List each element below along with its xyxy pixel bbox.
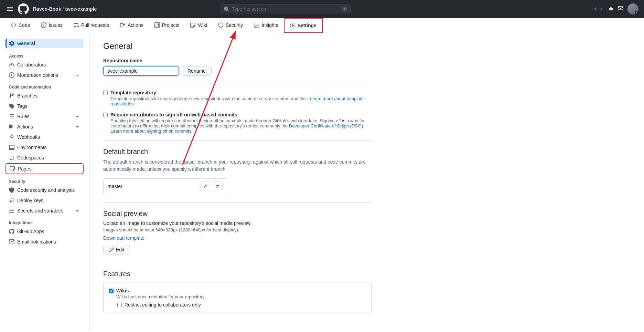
sidebar-email-label: Email notifications <box>17 239 56 245</box>
wikis-checkbox[interactable] <box>109 289 114 293</box>
sidebar-collaborators-label: Collaborators <box>17 62 46 68</box>
sidebar: General Access Collaborators Moderation … <box>0 33 89 330</box>
search-shortcut: / <box>342 7 347 11</box>
breadcrumb-sep: / <box>63 6 64 12</box>
sign-off-checkbox[interactable] <box>103 113 108 117</box>
tab-wiki-label: Wiki <box>198 22 207 28</box>
sidebar-item-actions[interactable]: Actions <box>6 122 84 132</box>
pages-icon <box>10 166 15 172</box>
sidebar-item-branches[interactable]: Branches <box>6 91 84 101</box>
sidebar-item-tags[interactable]: Tags <box>6 101 84 111</box>
tab-code[interactable]: Code <box>6 18 35 33</box>
projects-icon <box>154 22 160 28</box>
tab-security[interactable]: Security <box>213 18 249 33</box>
rename-button[interactable]: Rename <box>182 66 212 76</box>
secrets-icon <box>9 208 14 214</box>
page-title: General <box>103 41 372 51</box>
tab-actions-label: Actions <box>128 22 143 28</box>
sidebar-actions-label: Actions <box>17 124 33 129</box>
edit-branch-button[interactable] <box>201 181 210 191</box>
sidebar-item-code-security[interactable]: Code security and analysis <box>6 185 84 195</box>
tab-insights[interactable]: Insights <box>248 18 283 33</box>
branch-box: master <box>103 178 227 194</box>
switch-branch-button[interactable] <box>213 181 223 191</box>
switch-icon <box>216 184 220 188</box>
issue-icon <box>41 22 46 28</box>
search-bar[interactable]: / <box>220 4 351 13</box>
env-icon <box>9 145 14 150</box>
edit-preview-button[interactable]: Edit <box>103 245 130 255</box>
activity-button[interactable] <box>608 6 614 12</box>
tab-issues[interactable]: Issues <box>35 18 68 33</box>
sidebar-item-pages[interactable]: Pages <box>6 163 84 174</box>
github-apps-icon <box>9 229 14 234</box>
pencil-small-icon <box>109 247 114 252</box>
repo-link[interactable]: twee-example <box>65 6 97 12</box>
divider-4 <box>103 263 372 263</box>
sidebar-item-email-notifications[interactable]: Email notifications <box>6 237 84 247</box>
security-section-label: Security <box>6 175 84 185</box>
tab-projects[interactable]: Projects <box>149 18 185 33</box>
sidebar-github-apps-label: GitHub Apps <box>17 229 44 234</box>
sidebar-item-github-apps[interactable]: GitHub Apps <box>6 227 84 236</box>
new-button[interactable] <box>592 6 604 12</box>
repo-nav: Code Issues Pull requests Actions Projec… <box>0 18 644 33</box>
sign-off-section: Require contributors to sign off on web-… <box>103 112 372 134</box>
sidebar-item-general[interactable]: General <box>6 39 84 48</box>
restrict-editing-checkbox[interactable] <box>117 303 122 307</box>
avatar[interactable] <box>627 3 638 14</box>
sidebar-tags-label: Tags <box>17 103 28 109</box>
inbox-button[interactable] <box>618 6 623 12</box>
wikis-desc: Wikis host documentation for your reposi… <box>116 294 205 299</box>
hamburger-button[interactable] <box>6 5 14 13</box>
actions-sidebar-icon <box>9 124 14 129</box>
tab-wiki[interactable]: Wiki <box>185 18 212 33</box>
tab-issues-label: Issues <box>49 22 62 28</box>
tab-projects-label: Projects <box>162 22 180 28</box>
tab-actions[interactable]: Actions <box>115 18 149 33</box>
restrict-editing-label: Restrict editing to collaborators only <box>125 302 201 308</box>
sign-off-learn-link[interactable]: Learn more about signing off on commits <box>110 128 191 134</box>
sidebar-secrets-label: Secrets and variables <box>17 208 64 214</box>
codespaces-icon <box>9 155 14 160</box>
sidebar-item-deploy-keys[interactable]: Deploy keys <box>6 196 84 205</box>
top-nav-right <box>592 3 638 14</box>
moderation-icon <box>9 72 14 78</box>
sidebar-item-rules[interactable]: Rules <box>6 112 84 121</box>
search-input[interactable] <box>232 6 340 12</box>
default-branch-section: Default branch The default branch is con… <box>103 148 372 194</box>
security-icon <box>218 22 224 28</box>
tab-pr-label: Pull requests <box>81 22 109 28</box>
actions-icon <box>120 22 126 28</box>
sidebar-deploy-keys-label: Deploy keys <box>17 198 43 203</box>
sidebar-item-secrets[interactable]: Secrets and variables <box>6 206 84 216</box>
org-link[interactable]: Raven-Book <box>33 6 61 12</box>
top-nav: Raven-Book / twee-example / <box>0 0 644 18</box>
repo-name-section: Repository name Rename <box>103 58 372 76</box>
sidebar-item-codespaces[interactable]: Codespaces <box>6 153 84 163</box>
tab-settings-label: Settings <box>298 23 316 28</box>
rules-icon <box>9 114 14 119</box>
search-icon <box>224 6 229 12</box>
tab-settings[interactable]: Settings <box>284 18 323 33</box>
tab-pull-requests[interactable]: Pull requests <box>68 18 115 33</box>
template-repo-desc: Template repositories let users generate… <box>110 96 372 106</box>
github-logo <box>18 3 29 14</box>
gear-icon <box>9 41 14 46</box>
download-template-link[interactable]: Download template <box>103 235 372 241</box>
repo-name-input[interactable] <box>103 66 179 76</box>
sidebar-item-moderation[interactable]: Moderation options <box>6 70 84 80</box>
insights-icon <box>254 22 259 28</box>
pencil-icon <box>203 184 207 188</box>
sidebar-item-collaborators[interactable]: Collaborators <box>6 60 84 70</box>
settings-icon <box>290 23 296 28</box>
main-content: General Repository name Rename Template … <box>89 33 385 330</box>
sidebar-webhooks-label: Webhooks <box>17 134 40 140</box>
dco-link[interactable]: Developer Certificate of Origin (DCO) <box>289 123 363 128</box>
template-repo-section: Template repository Template repositorie… <box>103 90 372 106</box>
sidebar-item-environments[interactable]: Environments <box>6 143 84 152</box>
template-repo-checkbox[interactable] <box>103 91 108 95</box>
pr-icon <box>74 22 79 28</box>
email-icon <box>9 239 14 245</box>
sidebar-item-webhooks[interactable]: Webhooks <box>6 132 84 142</box>
